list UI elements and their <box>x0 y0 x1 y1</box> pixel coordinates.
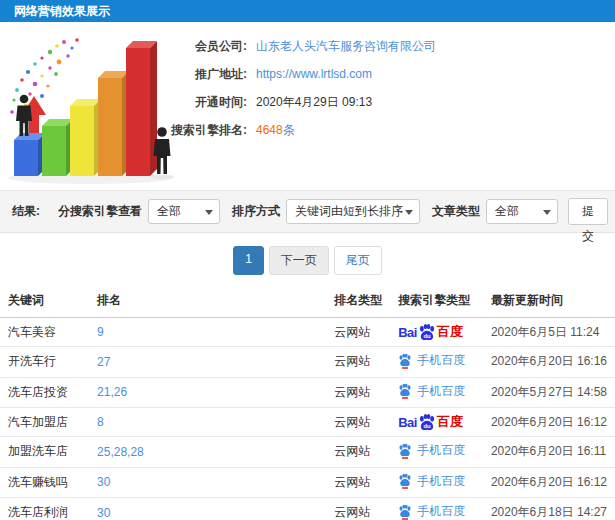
page-title: 网络营销效果展示 <box>0 0 615 22</box>
keyword-cell: 汽车美容 <box>0 318 89 347</box>
rank-type-cell: 云网站 <box>326 347 390 378</box>
update-time-cell: 2020年6月20日 16:12 <box>483 467 615 498</box>
update-time-cell: 2020年6月20日 16:16 <box>483 347 615 378</box>
table-row: 开洗车行 27 云网站 手机百度 2020年6月20日 16:16 <box>0 347 615 378</box>
engine-cell: 手机百度 <box>390 498 483 520</box>
rank-link[interactable]: 21,26 <box>89 377 326 408</box>
results-table: 关键词 排名 排名类型 搜索引擎类型 最新更新时间 汽车美容 9 云网站 Bai… <box>0 284 615 520</box>
engine-cell: 手机百度 <box>390 377 483 408</box>
header-rank-type: 排名类型 <box>326 284 390 318</box>
rank-link[interactable]: 27 <box>89 347 326 378</box>
bar-green <box>42 119 73 176</box>
rank-link[interactable]: 9 <box>89 318 326 347</box>
submit-button[interactable]: 提交 <box>568 198 608 225</box>
keyword-cell: 洗车店利润 <box>0 498 89 520</box>
mobile-baidu-paw-icon <box>398 473 412 489</box>
rank-type-cell: 云网站 <box>326 408 390 437</box>
update-time-cell: 2020年6月5日 11:24 <box>483 318 615 347</box>
results-table-body: 汽车美容 9 云网站 Bai du 百度 2020年6月5日 11:24 开洗车… <box>0 318 615 520</box>
baidu-logo: Bai du 百度 <box>398 323 463 341</box>
table-row: 加盟洗车店 25,28,28 云网站 手机百度 2020年6月20日 16:11 <box>0 437 615 468</box>
mobile-baidu-paw-icon <box>398 504 412 520</box>
engine-cell: 手机百度 <box>390 437 483 468</box>
keyword-cell: 汽车加盟店 <box>0 408 89 437</box>
header-updated: 最新更新时间 <box>483 284 615 318</box>
engine-view-label: 分搜索引擎查看 <box>58 203 142 220</box>
table-row: 洗车赚钱吗 30 云网站 手机百度 2020年6月20日 16:12 <box>0 467 615 498</box>
chevron-down-icon <box>205 210 213 215</box>
engine-view-selected: 全部 <box>157 204 181 218</box>
engine-cell: Bai du 百度 <box>390 318 483 347</box>
rank-type-cell: 云网站 <box>326 498 390 520</box>
mobile-baidu-logo: 手机百度 <box>398 503 465 520</box>
last-page-button[interactable]: 尾页 <box>334 246 382 275</box>
engine-rank-unit: 条 <box>283 123 295 137</box>
rank-type-cell: 云网站 <box>326 437 390 468</box>
mobile-baidu-logo: 手机百度 <box>398 473 465 490</box>
svg-text:du: du <box>423 423 431 429</box>
chevron-down-icon <box>543 210 551 215</box>
rank-link[interactable]: 8 <box>89 408 326 437</box>
keyword-cell: 开洗车行 <box>0 347 89 378</box>
engine-rank-count: 4648 <box>256 123 283 137</box>
open-time-value: 2020年4月29日 09:13 <box>256 94 372 111</box>
update-time-cell: 2020年6月20日 16:12 <box>483 408 615 437</box>
rank-type-cell: 云网站 <box>326 467 390 498</box>
bar-orange <box>98 71 129 176</box>
header-rank: 排名 <box>89 284 326 318</box>
mobile-baidu-paw-icon <box>398 443 412 459</box>
header-engine-type: 搜索引擎类型 <box>390 284 483 318</box>
filter-bar: 结果: 分搜索引擎查看 全部 排序方式 关键词由短到长排序 文章类型 全部 提交 <box>0 190 615 233</box>
keyword-cell: 洗车赚钱吗 <box>0 467 89 498</box>
mobile-baidu-paw-icon <box>398 383 412 399</box>
rank-type-cell: 云网站 <box>326 377 390 408</box>
member-info-section: 会员公司: 山东老人头汽车服务咨询有限公司 推广地址: https://www.… <box>0 22 615 190</box>
sort-label: 排序方式 <box>232 203 280 220</box>
baidu-logo: Bai du 百度 <box>398 413 463 431</box>
bar-yellow <box>70 99 101 176</box>
promo-url-link[interactable]: https://www.lrtlsd.com <box>256 67 372 81</box>
svg-text:du: du <box>423 333 431 339</box>
pagination: 1 下一页 尾页 <box>0 246 615 275</box>
sort-select[interactable]: 关键词由短到长排序 <box>286 199 420 224</box>
result-label: 结果: <box>12 203 40 220</box>
bar-blue <box>14 133 45 176</box>
engine-cell: 手机百度 <box>390 347 483 378</box>
mobile-baidu-logo: 手机百度 <box>398 383 465 400</box>
article-type-label: 文章类型 <box>432 203 480 220</box>
update-time-cell: 2020年6月20日 16:11 <box>483 437 615 468</box>
rank-link[interactable]: 30 <box>89 467 326 498</box>
table-row: 汽车美容 9 云网站 Bai du 百度 2020年6月5日 11:24 <box>0 318 615 347</box>
bar-red <box>126 41 157 176</box>
update-time-cell: 2020年6月18日 14:27 <box>483 498 615 520</box>
engine-view-select[interactable]: 全部 <box>148 199 220 224</box>
engine-cell: 手机百度 <box>390 467 483 498</box>
rank-type-cell: 云网站 <box>326 318 390 347</box>
member-company-link[interactable]: 山东老人头汽车服务咨询有限公司 <box>256 38 436 55</box>
bar-chart-illustration <box>2 28 182 186</box>
header-keyword: 关键词 <box>0 284 89 318</box>
update-time-cell: 2020年5月27日 14:58 <box>483 377 615 408</box>
rank-link[interactable]: 25,28,28 <box>89 437 326 468</box>
next-page-button[interactable]: 下一页 <box>269 246 329 275</box>
table-header-row: 关键词 排名 排名类型 搜索引擎类型 最新更新时间 <box>0 284 615 318</box>
article-type-selected: 全部 <box>495 204 519 218</box>
baidu-paw-icon: du <box>418 413 436 431</box>
article-type-select[interactable]: 全部 <box>486 199 558 224</box>
page-1-button[interactable]: 1 <box>233 246 264 275</box>
rank-link[interactable]: 30 <box>89 498 326 520</box>
mobile-baidu-logo: 手机百度 <box>398 352 465 369</box>
mobile-baidu-paw-icon <box>398 353 412 369</box>
mobile-baidu-logo: 手机百度 <box>398 442 465 459</box>
keyword-cell: 加盟洗车店 <box>0 437 89 468</box>
table-row: 汽车加盟店 8 云网站 Bai du 百度 2020年6月20日 16:12 <box>0 408 615 437</box>
table-row: 洗车店利润 30 云网站 手机百度 2020年6月18日 14:27 <box>0 498 615 520</box>
chevron-down-icon <box>405 210 413 215</box>
keyword-cell: 洗车店投资 <box>0 377 89 408</box>
engine-cell: Bai du 百度 <box>390 408 483 437</box>
sort-selected: 关键词由短到长排序 <box>295 204 403 218</box>
table-row: 洗车店投资 21,26 云网站 手机百度 2020年5月27日 14:58 <box>0 377 615 408</box>
baidu-paw-icon: du <box>418 323 436 341</box>
